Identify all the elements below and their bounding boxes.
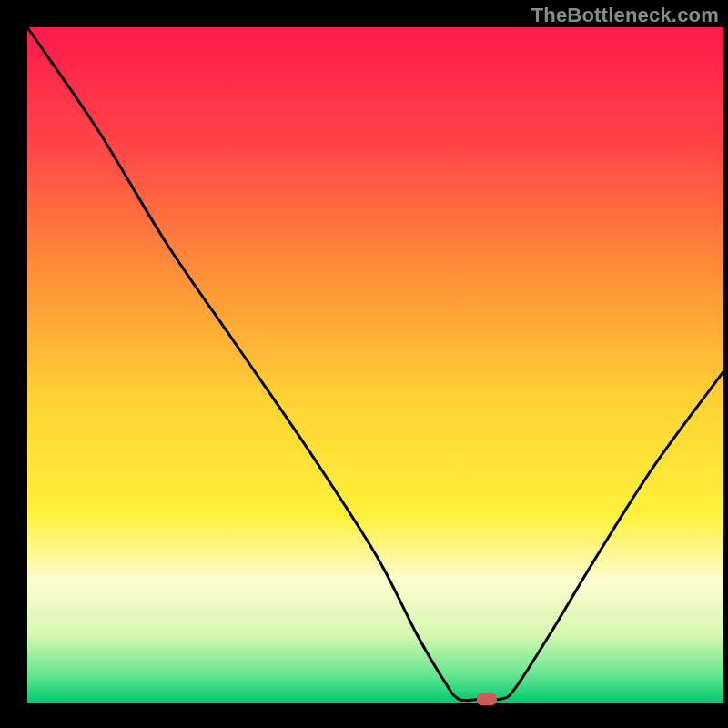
bottleneck-chart: TheBottleneck.com xyxy=(0,0,728,728)
chart-svg xyxy=(0,0,728,728)
optimal-point-marker xyxy=(477,693,497,705)
plot-background xyxy=(27,27,723,703)
attribution-label: TheBottleneck.com xyxy=(531,4,719,27)
